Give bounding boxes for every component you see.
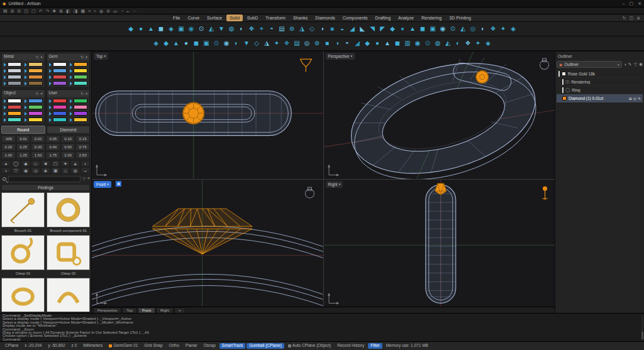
solid-tool-button[interactable]: ◎ [303, 38, 312, 50]
metal-material-swatch[interactable] [4, 81, 21, 85]
solid-tool-button[interactable]: ✦ [474, 38, 483, 50]
gem-size-button[interactable]: 1.25 [16, 151, 31, 159]
quick-access-icon[interactable]: ✚ [52, 9, 56, 13]
viewport-tab[interactable]: + [174, 307, 186, 313]
solid-tool-button[interactable]: ▣ [177, 23, 186, 35]
metal-material-swatch[interactable] [25, 68, 42, 73]
menu-icon[interactable]: ≡ [87, 177, 90, 181]
color-swatch[interactable] [8, 99, 21, 103]
collapse-icon[interactable]: ▾ [40, 92, 42, 96]
window-control-button[interactable]: – [623, 1, 625, 6]
solid-tool-button[interactable]: ■ [328, 23, 337, 35]
viewport-tab[interactable]: Perspective [93, 307, 121, 313]
outliner-row-material[interactable]: Rose Gold 18k [557, 70, 643, 78]
solid-tool-button[interactable]: ⊙ [197, 23, 206, 35]
solid-tool-button[interactable]: ▲ [172, 38, 181, 50]
color-swatch[interactable] [28, 81, 42, 85]
viewport-tab[interactable]: Right [156, 307, 174, 313]
viewport-front[interactable]: Front▾ ▣ [92, 180, 323, 307]
solid-tool-button[interactable]: ◓ [267, 23, 277, 35]
solid-tool-button[interactable]: ◓ [343, 38, 352, 50]
gem-size-button[interactable]: 0.40 [46, 143, 60, 151]
user-material-swatch[interactable] [70, 99, 87, 103]
solid-tool-button[interactable]: ◑ [333, 38, 342, 50]
solid-tool-button[interactable]: ◉ [413, 38, 423, 50]
eye-icon[interactable]: ◎ [633, 96, 636, 101]
statusbar-item[interactable]: Record History [335, 343, 367, 349]
statusbar-item[interactable]: x -20.204 [22, 343, 44, 349]
scrollbar-thumb[interactable] [641, 332, 643, 339]
gem-size-button[interactable]: 1.50 [31, 151, 45, 159]
color-swatch[interactable] [8, 111, 21, 116]
outliner-tool-icon[interactable]: ✎ [628, 62, 632, 67]
solid-tool-button[interactable]: ◆ [388, 23, 397, 35]
solid-tool-button[interactable]: ❖ [464, 38, 473, 50]
top-viewport-canvas[interactable] [92, 52, 323, 179]
quick-access-icon[interactable]: ◫ [24, 9, 28, 13]
menubar-icon[interactable]: ↻ [623, 16, 626, 21]
solid-tool-button[interactable]: ◮ [297, 23, 307, 35]
front-viewport-canvas[interactable] [92, 180, 323, 307]
gem-size-button[interactable]: 1.00 [1, 151, 16, 159]
refresh-icon[interactable]: ↻ [35, 55, 38, 59]
user-material-swatch[interactable] [70, 105, 87, 109]
list-item[interactable]: Clasp 02 [47, 235, 90, 276]
statusbar-item[interactable]: y -50.892 [45, 343, 67, 349]
list-item[interactable] [1, 278, 45, 312]
quick-access-icon[interactable]: ⊚ [106, 9, 110, 13]
solid-tool-button[interactable]: ◼ [192, 38, 201, 50]
menu-item[interactable]: File [170, 14, 183, 21]
metal-material-swatch[interactable] [25, 81, 42, 85]
viewport-tab[interactable]: Top [122, 307, 137, 313]
color-swatch[interactable] [28, 105, 42, 109]
window-control-button[interactable]: ▢ [630, 1, 634, 6]
color-swatch[interactable] [28, 118, 42, 122]
finding-thumbnail-clasp-1[interactable] [1, 235, 45, 270]
solid-tool-button[interactable]: ✦ [499, 23, 508, 35]
solid-tool-button[interactable]: ◮ [262, 38, 272, 50]
solid-tool-button[interactable]: ◼ [418, 23, 428, 35]
quick-access-icon[interactable]: ◔ [121, 9, 123, 13]
outliner-row-ring[interactable]: ◯ Ring [557, 86, 643, 94]
solid-tool-button[interactable]: ● [373, 38, 382, 50]
solid-tool-button[interactable]: ◑ [318, 23, 327, 35]
object-material-swatch[interactable] [25, 111, 42, 116]
solid-tool-button[interactable]: ⊙ [212, 38, 221, 50]
solid-tool-button[interactable]: ● [182, 38, 191, 50]
quick-access-icon[interactable]: ▢ [31, 9, 36, 13]
edit-icon[interactable]: ✎ [638, 96, 641, 101]
solid-tool-button[interactable]: ✦ [257, 23, 267, 35]
color-swatch[interactable] [74, 118, 87, 122]
gem-size-button[interactable]: 0.02 [31, 135, 45, 143]
filter-icon[interactable]: ▽ [82, 177, 86, 181]
solid-tool-button[interactable]: ⊙ [448, 23, 458, 35]
color-swatch[interactable] [53, 68, 67, 73]
quick-access-icon[interactable]: ↶ [39, 9, 43, 13]
solid-tool-button[interactable]: ▥ [403, 38, 413, 50]
gem-size-button[interactable]: 0.01 [16, 135, 31, 143]
quick-access-icon[interactable]: ▤ [3, 9, 8, 13]
color-swatch[interactable] [74, 62, 87, 67]
solid-tool-button[interactable]: ◭ [443, 38, 453, 50]
metal-material-swatch[interactable] [4, 68, 21, 73]
quick-access-icon[interactable]: ◧ [66, 9, 70, 13]
solid-tool-button[interactable]: ◢ [353, 38, 362, 50]
menu-item[interactable]: Curve [184, 14, 203, 21]
menu-item[interactable]: Transform [262, 14, 289, 21]
visibility-bar-icon[interactable] [562, 79, 564, 85]
solid-tool-button[interactable]: ◥ [368, 23, 377, 35]
statusbar-item[interactable]: CPlane [3, 343, 21, 349]
statusbar-item[interactable]: Auto CPlane (Object) [286, 343, 333, 349]
menu-item[interactable]: Solid [226, 14, 243, 21]
menu-item[interactable]: SubD [244, 14, 262, 21]
gem-material-swatch[interactable] [70, 81, 87, 85]
statusbar-item[interactable]: Filter [368, 343, 382, 349]
solid-tool-button[interactable]: ◈ [152, 38, 161, 50]
viewport-perspective[interactable]: Perspective▾ [324, 52, 555, 179]
user-material-swatch[interactable] [70, 111, 87, 116]
cut-toggle-button[interactable]: Diamond [47, 126, 91, 134]
gem-size-button[interactable]: 0.30 [31, 143, 45, 151]
quick-access-icon[interactable]: ▦ [80, 9, 85, 13]
color-swatch[interactable] [74, 105, 87, 109]
gem-cut-icon[interactable]: ● [1, 160, 11, 167]
